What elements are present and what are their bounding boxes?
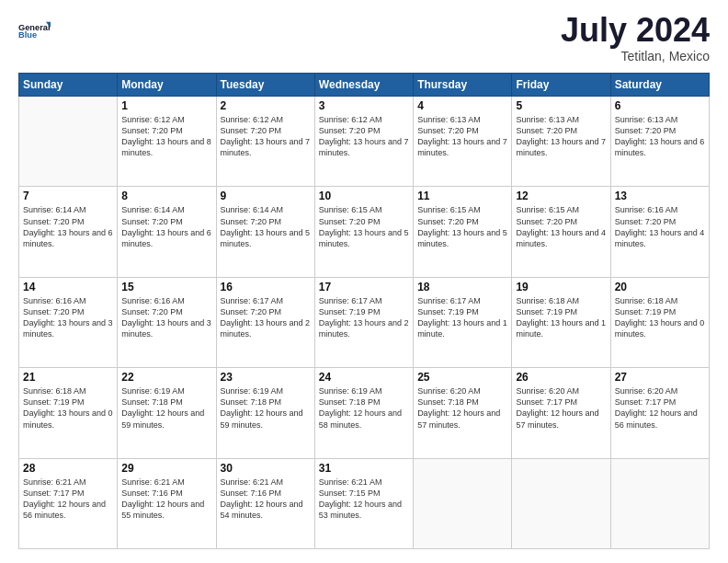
- table-row: 15 Sunrise: 6:16 AMSunset: 7:20 PMDaylig…: [118, 277, 216, 367]
- day-number: 31: [319, 462, 409, 475]
- day-number: 15: [121, 281, 211, 293]
- calendar-week-row: 21 Sunrise: 6:18 AMSunset: 7:19 PMDaylig…: [19, 368, 710, 458]
- day-number: 28: [23, 462, 113, 475]
- day-number: 2: [221, 99, 311, 112]
- day-info: Sunrise: 6:12 AMSunset: 7:20 PMDaylight:…: [319, 114, 409, 159]
- table-row: 22 Sunrise: 6:19 AMSunset: 7:18 PMDaylig…: [118, 368, 216, 458]
- day-number: 24: [319, 371, 409, 384]
- day-number: 16: [221, 281, 311, 293]
- table-row: 2 Sunrise: 6:12 AMSunset: 7:20 PMDayligh…: [216, 97, 314, 187]
- day-number: 20: [615, 281, 705, 293]
- calendar-week-row: 1 Sunrise: 6:12 AMSunset: 7:20 PMDayligh…: [19, 97, 710, 187]
- table-row: 3 Sunrise: 6:12 AMSunset: 7:20 PMDayligh…: [314, 97, 413, 187]
- day-number: 30: [221, 462, 311, 475]
- col-sunday: Sunday: [19, 74, 118, 97]
- table-row: 11 Sunrise: 6:15 AMSunset: 7:20 PMDaylig…: [414, 187, 512, 277]
- table-row: [19, 97, 118, 187]
- day-info: Sunrise: 6:20 AMSunset: 7:17 PMDaylight:…: [516, 385, 606, 431]
- table-row: 4 Sunrise: 6:13 AMSunset: 7:20 PMDayligh…: [414, 97, 512, 187]
- day-number: 12: [516, 190, 606, 202]
- day-info: Sunrise: 6:14 AMSunset: 7:20 PMDaylight:…: [23, 204, 113, 249]
- day-info: Sunrise: 6:13 AMSunset: 7:20 PMDaylight:…: [417, 114, 507, 159]
- table-row: 17 Sunrise: 6:17 AMSunset: 7:19 PMDaylig…: [314, 277, 413, 367]
- day-info: Sunrise: 6:20 AMSunset: 7:18 PMDaylight:…: [417, 385, 507, 431]
- day-number: 7: [23, 190, 113, 202]
- day-number: 6: [615, 99, 705, 112]
- day-info: Sunrise: 6:16 AMSunset: 7:20 PMDaylight:…: [23, 295, 113, 340]
- calendar-week-row: 14 Sunrise: 6:16 AMSunset: 7:20 PMDaylig…: [19, 277, 710, 367]
- day-info: Sunrise: 6:16 AMSunset: 7:20 PMDaylight:…: [615, 204, 705, 249]
- table-row: 1 Sunrise: 6:12 AMSunset: 7:20 PMDayligh…: [118, 97, 216, 187]
- day-number: 8: [121, 190, 211, 202]
- day-info: Sunrise: 6:18 AMSunset: 7:19 PMDaylight:…: [23, 385, 113, 431]
- day-number: 13: [615, 190, 705, 202]
- day-info: Sunrise: 6:18 AMSunset: 7:19 PMDaylight:…: [516, 295, 606, 340]
- table-row: 26 Sunrise: 6:20 AMSunset: 7:17 PMDaylig…: [512, 368, 610, 458]
- col-saturday: Saturday: [610, 74, 709, 97]
- logo-svg: General Blue: [18, 14, 51, 47]
- table-row: 23 Sunrise: 6:19 AMSunset: 7:18 PMDaylig…: [216, 368, 314, 458]
- table-row: 20 Sunrise: 6:18 AMSunset: 7:19 PMDaylig…: [610, 277, 709, 367]
- day-info: Sunrise: 6:12 AMSunset: 7:20 PMDaylight:…: [121, 114, 211, 159]
- location-subtitle: Tetitlan, Mexico: [561, 49, 710, 63]
- table-row: 21 Sunrise: 6:18 AMSunset: 7:19 PMDaylig…: [19, 368, 118, 458]
- day-info: Sunrise: 6:15 AMSunset: 7:20 PMDaylight:…: [417, 204, 507, 249]
- day-info: Sunrise: 6:19 AMSunset: 7:18 PMDaylight:…: [221, 385, 311, 431]
- page-header: General Blue July 2024 Tetitlan, Mexico: [18, 14, 710, 63]
- col-wednesday: Wednesday: [314, 74, 413, 97]
- day-info: Sunrise: 6:12 AMSunset: 7:20 PMDaylight:…: [221, 114, 311, 159]
- day-info: Sunrise: 6:17 AMSunset: 7:19 PMDaylight:…: [417, 295, 507, 340]
- table-row: 31 Sunrise: 6:21 AMSunset: 7:15 PMDaylig…: [314, 458, 413, 548]
- day-info: Sunrise: 6:19 AMSunset: 7:18 PMDaylight:…: [319, 385, 409, 431]
- day-number: 5: [516, 99, 606, 112]
- svg-text:Blue: Blue: [18, 30, 37, 40]
- col-thursday: Thursday: [414, 74, 512, 97]
- day-number: 21: [23, 371, 113, 384]
- calendar-week-row: 28 Sunrise: 6:21 AMSunset: 7:17 PMDaylig…: [19, 458, 710, 548]
- day-number: 9: [221, 190, 311, 202]
- day-number: 18: [417, 281, 507, 293]
- day-info: Sunrise: 6:14 AMSunset: 7:20 PMDaylight:…: [221, 204, 311, 249]
- table-row: 5 Sunrise: 6:13 AMSunset: 7:20 PMDayligh…: [512, 97, 610, 187]
- day-info: Sunrise: 6:16 AMSunset: 7:20 PMDaylight:…: [121, 295, 211, 340]
- table-row: 13 Sunrise: 6:16 AMSunset: 7:20 PMDaylig…: [610, 187, 709, 277]
- day-info: Sunrise: 6:21 AMSunset: 7:15 PMDaylight:…: [319, 477, 409, 522]
- table-row: 28 Sunrise: 6:21 AMSunset: 7:17 PMDaylig…: [19, 458, 118, 548]
- day-number: 25: [417, 371, 507, 384]
- day-info: Sunrise: 6:15 AMSunset: 7:20 PMDaylight:…: [319, 204, 409, 249]
- day-info: Sunrise: 6:13 AMSunset: 7:20 PMDaylight:…: [615, 114, 705, 159]
- col-friday: Friday: [512, 74, 610, 97]
- day-number: 1: [121, 99, 211, 112]
- day-number: 23: [221, 371, 311, 384]
- day-number: 10: [319, 190, 409, 202]
- table-row: 19 Sunrise: 6:18 AMSunset: 7:19 PMDaylig…: [512, 277, 610, 367]
- table-row: 27 Sunrise: 6:20 AMSunset: 7:17 PMDaylig…: [610, 368, 709, 458]
- table-row: 18 Sunrise: 6:17 AMSunset: 7:19 PMDaylig…: [414, 277, 512, 367]
- calendar-page: General Blue July 2024 Tetitlan, Mexico …: [0, 0, 728, 563]
- day-number: 14: [23, 281, 113, 293]
- day-number: 17: [319, 281, 409, 293]
- day-number: 26: [516, 371, 606, 384]
- calendar-table: Sunday Monday Tuesday Wednesday Thursday…: [18, 73, 710, 549]
- logo: General Blue: [18, 14, 51, 47]
- table-row: 12 Sunrise: 6:15 AMSunset: 7:20 PMDaylig…: [512, 187, 610, 277]
- day-info: Sunrise: 6:18 AMSunset: 7:19 PMDaylight:…: [615, 295, 705, 340]
- day-number: 4: [417, 99, 507, 112]
- day-info: Sunrise: 6:19 AMSunset: 7:18 PMDaylight:…: [121, 385, 211, 431]
- day-number: 22: [121, 371, 211, 384]
- day-info: Sunrise: 6:14 AMSunset: 7:20 PMDaylight:…: [121, 204, 211, 249]
- day-number: 3: [319, 99, 409, 112]
- table-row: 8 Sunrise: 6:14 AMSunset: 7:20 PMDayligh…: [118, 187, 216, 277]
- col-monday: Monday: [118, 74, 216, 97]
- table-row: 7 Sunrise: 6:14 AMSunset: 7:20 PMDayligh…: [19, 187, 118, 277]
- table-row: 9 Sunrise: 6:14 AMSunset: 7:20 PMDayligh…: [216, 187, 314, 277]
- table-row: 16 Sunrise: 6:17 AMSunset: 7:20 PMDaylig…: [216, 277, 314, 367]
- table-row: [512, 458, 610, 548]
- day-info: Sunrise: 6:21 AMSunset: 7:16 PMDaylight:…: [221, 477, 311, 522]
- table-row: 30 Sunrise: 6:21 AMSunset: 7:16 PMDaylig…: [216, 458, 314, 548]
- day-info: Sunrise: 6:21 AMSunset: 7:16 PMDaylight:…: [121, 477, 211, 522]
- day-info: Sunrise: 6:17 AMSunset: 7:20 PMDaylight:…: [221, 295, 311, 340]
- table-row: 29 Sunrise: 6:21 AMSunset: 7:16 PMDaylig…: [118, 458, 216, 548]
- day-info: Sunrise: 6:15 AMSunset: 7:20 PMDaylight:…: [516, 204, 606, 249]
- col-tuesday: Tuesday: [216, 74, 314, 97]
